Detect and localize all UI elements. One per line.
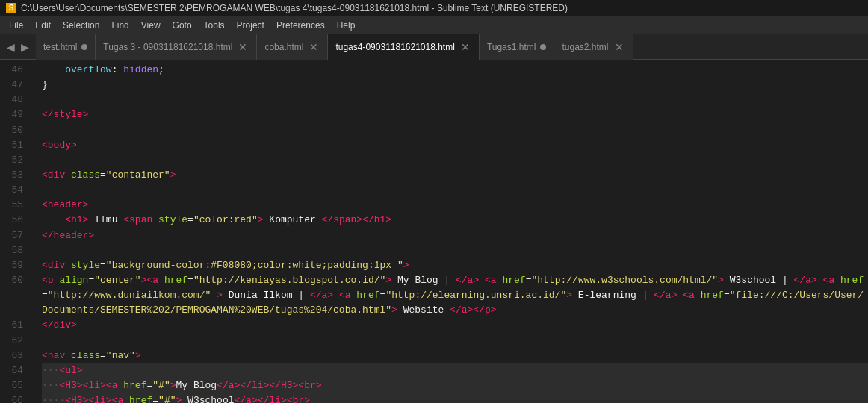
menu-help[interactable]: Help — [331, 16, 362, 34]
tab-close[interactable]: ✕ — [308, 41, 320, 53]
tab-dot — [81, 44, 87, 50]
code-line-46: overflow: hidden; — [42, 63, 868, 78]
code-line-58 — [42, 243, 868, 258]
tab-tugas2[interactable]: tugas2.html ✕ — [554, 34, 633, 60]
menu-preferences[interactable]: Preferences — [270, 16, 331, 34]
code-line-60: <p align="center"><a href="http://keniay… — [42, 273, 868, 318]
code-line-64: ···<ul> — [42, 363, 868, 378]
code-line-50 — [42, 123, 868, 138]
nav-prev[interactable]: ◀ — [4, 40, 17, 54]
code-line-59: <div style="background-color:#F08080;col… — [42, 258, 868, 273]
code-line-65: ···<H3><li><a href="#">My Blog</a></li><… — [42, 378, 868, 393]
tab-close[interactable]: ✕ — [613, 41, 625, 53]
tab-label: Tugas 3 - 09031181621018.html — [103, 42, 232, 52]
menu-bar: File Edit Selection Find View Goto Tools… — [0, 16, 868, 34]
tab-coba[interactable]: coba.html ✕ — [257, 34, 328, 60]
code-line-54 — [42, 183, 868, 198]
menu-view[interactable]: View — [135, 16, 167, 34]
code-line-53: <div class="container"> — [42, 168, 868, 183]
code-line-63: <nav class="nav"> — [42, 349, 868, 363]
tab-test-html[interactable]: test.html — [36, 34, 96, 60]
code-line-52 — [42, 153, 868, 168]
tab-tugas4[interactable]: tugas4-09031181621018.html ✕ — [328, 34, 479, 60]
menu-find[interactable]: Find — [105, 16, 134, 34]
menu-selection[interactable]: Selection — [57, 16, 105, 34]
tab-close[interactable]: ✕ — [237, 41, 249, 53]
code-line-66: ····<H3><li><a href="#"> W3school</a></l… — [42, 393, 868, 403]
tab-label: tugas4-09031181621018.html — [335, 42, 454, 52]
editor: 46 47 48 49 50 51 52 53 54 55 56 57 58 5… — [0, 60, 868, 403]
tab-close[interactable]: ✕ — [459, 41, 471, 53]
title-text: C:\Users\User\Documents\SEMESTER 2\PEMRO… — [21, 3, 568, 13]
tab-label: Tugas1.html — [487, 42, 536, 52]
menu-edit[interactable]: Edit — [29, 16, 57, 34]
code-line-48 — [42, 93, 868, 107]
code-line-57: </header> — [42, 228, 868, 243]
code-line-55: <header> — [42, 198, 868, 213]
menu-goto[interactable]: Goto — [167, 16, 198, 34]
code-area[interactable]: overflow: hidden; } </style> <body> <div… — [31, 60, 868, 403]
menu-project[interactable]: Project — [231, 16, 270, 34]
nav-arrows: ◀ ▶ — [0, 40, 36, 54]
tab-tugas1[interactable]: Tugas1.html — [480, 34, 555, 60]
line-numbers: 46 47 48 49 50 51 52 53 54 55 56 57 58 5… — [0, 60, 31, 403]
title-bar: S C:\Users\User\Documents\SEMESTER 2\PEM… — [0, 0, 868, 16]
tab-label: tugas2.html — [562, 42, 608, 52]
tab-dot — [540, 44, 546, 50]
menu-tools[interactable]: Tools — [198, 16, 231, 34]
app-icon: S — [6, 3, 16, 13]
code-line-49: </style> — [42, 107, 868, 122]
tab-bar: ◀ ▶ test.html Tugas 3 - 09031181621018.h… — [0, 34, 868, 60]
tab-tugas3[interactable]: Tugas 3 - 09031181621018.html ✕ — [96, 34, 257, 60]
menu-file[interactable]: File — [3, 16, 29, 34]
tab-label: coba.html — [264, 42, 303, 52]
code-line-62 — [42, 334, 868, 349]
nav-next[interactable]: ▶ — [19, 40, 31, 54]
code-line-61: </div> — [42, 318, 868, 333]
code-line-56: <h1> Ilmu <span style="color:red"> Kompu… — [42, 213, 868, 228]
code-line-51: <body> — [42, 138, 868, 153]
code-line-47: } — [42, 78, 868, 93]
tab-label: test.html — [43, 42, 77, 52]
